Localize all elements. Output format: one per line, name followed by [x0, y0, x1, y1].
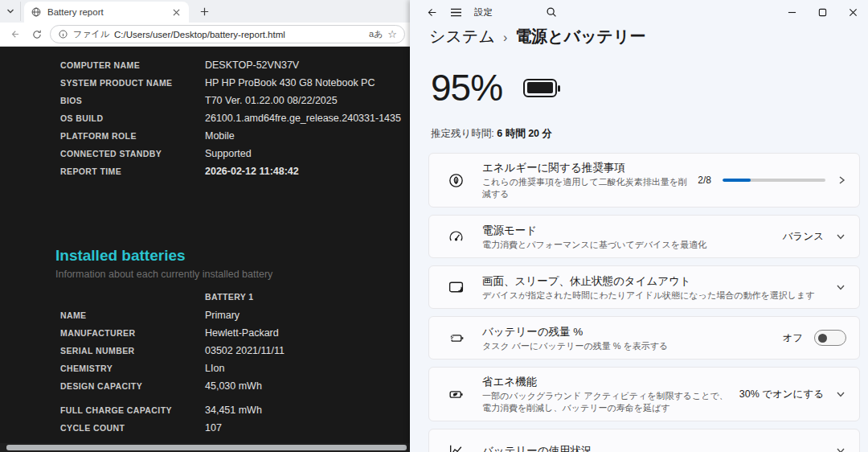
minimize-button[interactable]	[776, 1, 807, 23]
browser-toolbar: ファイル C:/Users/user/Desktop/battery-repor…	[0, 23, 410, 47]
card-title: 電源モード	[482, 223, 773, 238]
table-row: PLATFORM ROLEMobile	[60, 127, 401, 145]
battery-usage-chart-icon	[447, 442, 465, 452]
table-row: CONNECTED STANDBYSupported	[60, 145, 401, 162]
row-value: 2026-02-12 11:48:42	[205, 166, 299, 177]
card-screen-sleep-timeouts[interactable]: 画面、スリープ、休止状態のタイムアウト デバイスが指定された時間にわたりアイドル…	[428, 265, 860, 309]
row-label: REPORT TIME	[60, 166, 205, 176]
row-label: CONNECTED STANDBY	[60, 149, 205, 158]
chevron-down-icon	[835, 282, 846, 292]
row-value: Primary	[205, 310, 240, 321]
installed-batteries-section: Installed batteries Information about ea…	[55, 247, 272, 280]
tab-search-chevron-icon[interactable]	[0, 2, 21, 21]
row-value: Hewlett-Packard	[205, 327, 279, 339]
card-desc: これらの推奨事項を適用して二酸化炭素排出量を削減する	[482, 176, 688, 200]
table-row: MANUFACTURERHewlett-Packard	[60, 324, 285, 342]
toggle-state-label: オフ	[782, 331, 803, 345]
table-row: NAMEPrimary	[60, 306, 285, 324]
energy-saver-value: 30% でオンにする	[739, 388, 824, 401]
table-row: BIOST70 Ver. 01.22.00 08/22/2025	[60, 92, 401, 109]
tab-title: Battery report	[47, 7, 164, 17]
table-row: OS BUILD26100.1.amd64fre.ge_release.2403…	[60, 109, 401, 127]
chevron-down-icon	[835, 446, 846, 452]
refresh-icon[interactable]	[27, 25, 47, 44]
row-label: CYCLE COUNT	[60, 423, 205, 433]
chevron-down-icon	[835, 389, 846, 399]
row-label: PLATFORM ROLE	[60, 131, 205, 141]
browser-tab[interactable]: Battery report	[24, 2, 189, 23]
row-value: Mobile	[205, 130, 235, 142]
system-info-table: COMPUTER NAMEDESKTOP-52VN37V SYSTEM PROD…	[60, 56, 401, 180]
row-label: BIOS	[60, 96, 205, 105]
row-label: COMPUTER NAME	[60, 60, 205, 70]
battery-estimate: 推定残り時間: 6 時間 20 分	[431, 127, 557, 141]
row-value: 45,030 mWh	[205, 380, 262, 392]
card-desc: 一部のバックグラウンド アクティビティを制限することで、電力消費を削減し、バッテ…	[482, 390, 730, 414]
row-value: Supported	[205, 148, 252, 159]
back-icon[interactable]	[5, 25, 24, 44]
table-row: FULL CHARGE CAPACITY34,451 mWh	[60, 401, 262, 419]
eco-leaf-icon	[447, 171, 465, 189]
row-value: LIon	[205, 363, 224, 374]
card-battery-usage[interactable]: バッテリーの使用状況	[428, 429, 860, 452]
favorite-star-icon[interactable]: ☆	[387, 28, 397, 40]
battery-icon	[523, 79, 557, 97]
row-value: 34,451 mWh	[205, 405, 262, 416]
recommendations-progress-bar	[723, 179, 825, 182]
info-icon[interactable]	[58, 29, 68, 39]
card-desc: タスク バーにバッテリーの残量 % を表示する	[482, 340, 772, 352]
chevron-right-icon	[837, 175, 846, 186]
maximize-button[interactable]	[807, 1, 837, 23]
card-power-mode[interactable]: 電源モード 電力消費とパフォーマンスに基づいてデバイスを最適化 バランス	[428, 215, 860, 258]
search-icon[interactable]	[539, 2, 563, 23]
address-bar[interactable]: ファイル C:/Users/user/Desktop/battery-repor…	[50, 25, 405, 43]
address-url[interactable]: C:/Users/user/Desktop/battery-report.htm…	[114, 30, 364, 39]
back-icon[interactable]	[420, 2, 444, 23]
card-energy-recommendations[interactable]: エネルギーに関する推奨事項 これらの推奨事項を適用して二酸化炭素排出量を削減する…	[428, 153, 860, 208]
tab-close-icon[interactable]	[170, 6, 182, 18]
battery-capacity-table: FULL CHARGE CAPACITY34,451 mWh CYCLE COU…	[60, 401, 262, 437]
row-value: HP HP ProBook 430 G8 Notebook PC	[205, 77, 375, 88]
scrollbar-thumb[interactable]	[6, 445, 407, 450]
screen: Battery report ファイル C:/Users/use	[0, 0, 868, 452]
power-mode-gauge-icon	[447, 228, 465, 245]
row-value: 03502 2021/11/11	[205, 345, 285, 356]
battery-percent: 95%	[431, 66, 502, 109]
breadcrumb-system[interactable]: システム	[429, 26, 495, 47]
card-desc: デバイスが指定された時間にわたりアイドル状態になった場合の動作を選択します	[482, 290, 825, 302]
settings-cards: エネルギーに関する推奨事項 これらの推奨事項を適用して二酸化炭素排出量を削減する…	[428, 153, 860, 452]
app-title: 設定	[474, 6, 493, 18]
translate-icon[interactable]: aあ	[369, 28, 383, 40]
breadcrumb: システム › 電源とバッテリー	[429, 26, 646, 47]
card-energy-saver[interactable]: 省エネ機能 一部のバックグラウンド アクティビティを制限することで、電力消費を削…	[428, 367, 860, 421]
table-row: REPORT TIME2026-02-12 11:48:42	[60, 162, 401, 180]
card-title: バッテリーの使用状況	[482, 443, 825, 452]
browser-window: Battery report ファイル C:/Users/use	[0, 0, 410, 452]
row-value: 107	[205, 422, 222, 434]
card-title: 画面、スリープ、休止状態のタイムアウト	[482, 273, 825, 289]
row-label: FULL CHARGE CAPACITY	[60, 405, 205, 415]
breadcrumb-separator: ›	[503, 29, 507, 45]
power-mode-value: バランス	[783, 230, 824, 244]
table-row: COMPUTER NAMEDESKTOP-52VN37V	[60, 56, 401, 74]
row-label: OS BUILD	[60, 113, 205, 123]
card-battery-percentage[interactable]: バッテリーの残量 % タスク バーにバッテリーの残量 % を表示する オフ	[428, 316, 860, 360]
card-title: エネルギーに関する推奨事項	[482, 160, 688, 175]
hamburger-menu-icon[interactable]	[444, 2, 468, 23]
section-title: Installed batteries	[55, 247, 272, 265]
row-value: T70 Ver. 01.22.00 08/22/2025	[205, 95, 338, 106]
card-title: バッテリーの残量 %	[482, 324, 772, 339]
horizontal-scrollbar[interactable]	[0, 443, 410, 452]
energy-saver-icon	[447, 385, 465, 403]
new-tab-button[interactable]	[194, 2, 215, 21]
battery-report-page: COMPUTER NAMEDESKTOP-52VN37V SYSTEM PROD…	[0, 47, 410, 443]
screen-sleep-icon	[447, 278, 465, 296]
battery-percentage-toggle[interactable]	[814, 330, 846, 346]
card-title: 省エネ機能	[482, 374, 730, 389]
close-button[interactable]	[837, 1, 868, 23]
section-subtitle: Information about each currently install…	[55, 269, 272, 280]
chevron-down-icon	[835, 232, 846, 241]
toggle-knob	[818, 334, 827, 343]
recommendations-fraction: 2/8	[698, 175, 711, 186]
battery-info-table: NAMEPrimary MANUFACTURERHewlett-Packard …	[60, 306, 285, 395]
